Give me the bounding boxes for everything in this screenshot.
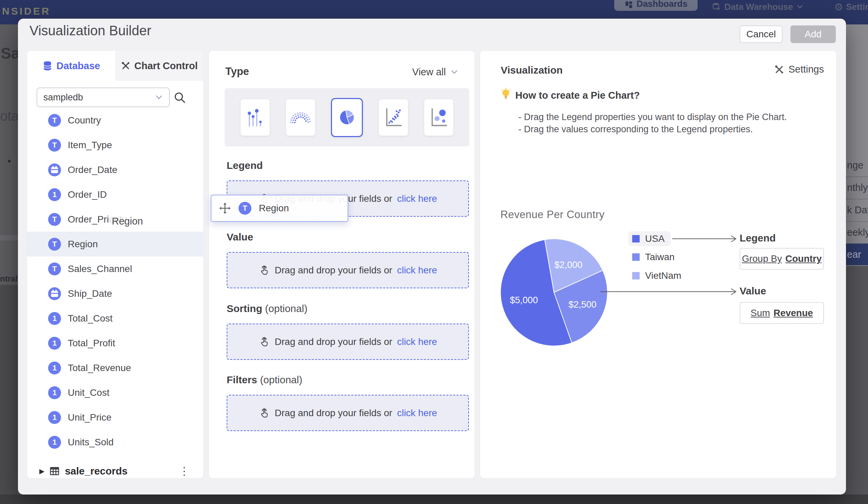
number-field-icon: 1	[48, 362, 61, 374]
text-field-icon: T	[238, 202, 251, 215]
field-name: Order_ID	[68, 189, 107, 200]
brand-logo: NSIDER	[2, 6, 51, 17]
value-drop-zone[interactable]: Drag and drop your fields orclick here	[227, 252, 469, 288]
move-icon	[219, 202, 231, 214]
view-all-button[interactable]: View all	[412, 67, 458, 78]
tab-chart-control[interactable]: Chart Control	[115, 51, 203, 81]
background-dark-area	[0, 285, 18, 504]
field-row-units_sold[interactable]: 1Units_Sold	[27, 430, 203, 454]
kebab-menu-icon[interactable]: ⋮	[179, 465, 190, 477]
nav-dashboards[interactable]: Dashboards	[614, 0, 698, 11]
tip-line: - Drag the values corresponding to the L…	[518, 124, 753, 135]
database-select-value: sampledb	[43, 92, 83, 103]
legend-swatch	[632, 235, 640, 242]
number-field-icon: 1	[48, 188, 61, 201]
field-name: Total_Cost	[68, 313, 113, 324]
legend-item-vietnam[interactable]: VietNam	[632, 268, 681, 283]
click-here-link[interactable]: click here	[397, 336, 437, 347]
field-name: Sales_Channel	[68, 263, 132, 274]
crossed-tools-icon	[774, 64, 784, 74]
tap-hand-icon	[258, 407, 270, 419]
group-by-value: Country	[785, 253, 822, 264]
add-button[interactable]: Add	[790, 26, 836, 43]
legend-item-usa[interactable]: USA	[632, 231, 665, 246]
nav-data-warehouse[interactable]: Data Warehouse	[712, 0, 803, 13]
pie-chart-icon	[337, 104, 357, 130]
chart-title: Revenue Per Country	[500, 209, 605, 221]
field-name: Units_Sold	[68, 437, 114, 448]
click-here-link[interactable]: click here	[397, 193, 437, 204]
background-menu-item: ear	[846, 243, 868, 265]
background-menu-item: eekly	[846, 221, 868, 243]
visualization-builder-modal: Visualization Builder Cancel Add Databas…	[18, 19, 846, 494]
slice-value-label: $5,000	[510, 295, 538, 305]
table-row-sale-records[interactable]: ▶ sale_records ⋮	[27, 459, 203, 478]
sum-label: Sum	[751, 308, 770, 319]
chart-type-parliament[interactable]	[286, 99, 315, 136]
nav-data-warehouse-label: Data Warehouse	[724, 2, 793, 12]
field-name: Country	[68, 115, 101, 126]
parliament-chart-icon	[290, 104, 311, 130]
field-row-sales_channel[interactable]: TSales_Channel	[27, 256, 203, 281]
field-row-unit_cost[interactable]: 1Unit_Cost	[27, 380, 203, 405]
field-row-total_cost[interactable]: 1Total_Cost	[27, 306, 203, 331]
pie-chart[interactable]	[499, 237, 609, 347]
visualization-panel: Visualization Settings How to create a P…	[480, 51, 836, 478]
filters-drop-zone[interactable]: Drag and drop your fields orclick here	[227, 395, 469, 431]
chart-type-scatter[interactable]	[379, 99, 408, 136]
background-text-fragment: ntral	[0, 274, 18, 283]
legend-item-taiwan[interactable]: Taiwan	[632, 250, 674, 264]
field-row-item_type[interactable]: TItem_Type	[27, 133, 203, 158]
tip-line: - Drag the Legend properties you want to…	[518, 112, 787, 122]
field-list: TCountryTItem_TypeOrder_Date1Order_IDTOr…	[27, 108, 203, 454]
field-row-total_revenue[interactable]: 1Total_Revenue	[27, 355, 203, 380]
number-field-icon: 1	[48, 411, 61, 424]
click-here-link[interactable]: click here	[397, 265, 437, 276]
nav-settings[interactable]: ⚙ Settings	[834, 0, 868, 13]
table-icon	[49, 466, 60, 476]
field-row-total_profit[interactable]: 1Total_Profit	[27, 331, 203, 355]
legend-name: VietNam	[645, 270, 681, 281]
field-row-order_date[interactable]: Order_Date	[27, 158, 203, 182]
value-annotation-box[interactable]: Sum Revenue	[740, 302, 824, 324]
chart-type-bubble[interactable]	[424, 99, 453, 136]
field-row-ship_date[interactable]: Ship_Date	[27, 281, 203, 306]
tap-hand-icon	[258, 264, 270, 276]
search-icon[interactable]	[174, 92, 186, 104]
text-field-icon: T	[48, 262, 61, 275]
expand-triangle-icon[interactable]: ▶	[39, 467, 44, 475]
view-all-label: View all	[412, 67, 446, 78]
type-section-label: Type	[225, 65, 249, 78]
legend-arrow	[672, 234, 739, 243]
field-row-region[interactable]: TRegion	[27, 232, 203, 256]
field-row-country[interactable]: TCountry	[27, 108, 203, 133]
tab-database[interactable]: Database	[27, 51, 115, 81]
sum-value: Revenue	[774, 308, 813, 319]
nav-dashboards-label: Dashboards	[637, 0, 688, 9]
field-row-unit_price[interactable]: 1Unit_Price	[27, 405, 203, 430]
chart-config-panel: Type View all	[209, 51, 475, 478]
nav-settings-label: Settings	[846, 2, 868, 12]
click-here-link[interactable]: click here	[397, 408, 437, 419]
drop-section-label: Legend	[227, 160, 469, 173]
value-arrow	[600, 287, 739, 296]
sorting-drop-zone[interactable]: Drag and drop your fields orclick here	[227, 324, 469, 360]
value-annotation-title: Value	[740, 285, 766, 297]
tap-hand-icon	[258, 336, 270, 347]
bubble-chart-icon	[429, 104, 448, 130]
settings-button[interactable]: Settings	[774, 64, 824, 75]
database-select[interactable]: sampledb	[37, 88, 170, 107]
field-name: Unit_Price	[68, 412, 112, 423]
chart-type-lollipop[interactable]	[240, 99, 270, 136]
drag-ghost-card[interactable]: T Region	[211, 195, 348, 222]
field-row-order_id[interactable]: 1Order_ID	[27, 182, 203, 207]
text-field-icon: T	[48, 238, 61, 251]
drop-section-label: Sorting (optional)	[227, 303, 469, 316]
legend-annotation-box[interactable]: Group By Country	[740, 248, 824, 270]
background-text-fragment: Sal	[1, 44, 18, 62]
number-field-icon: 1	[48, 337, 61, 350]
visualization-title: Visualization	[501, 64, 563, 76]
field-name: Total_Revenue	[68, 363, 131, 373]
cancel-button[interactable]: Cancel	[740, 26, 783, 43]
chart-type-pie[interactable]	[331, 98, 363, 137]
